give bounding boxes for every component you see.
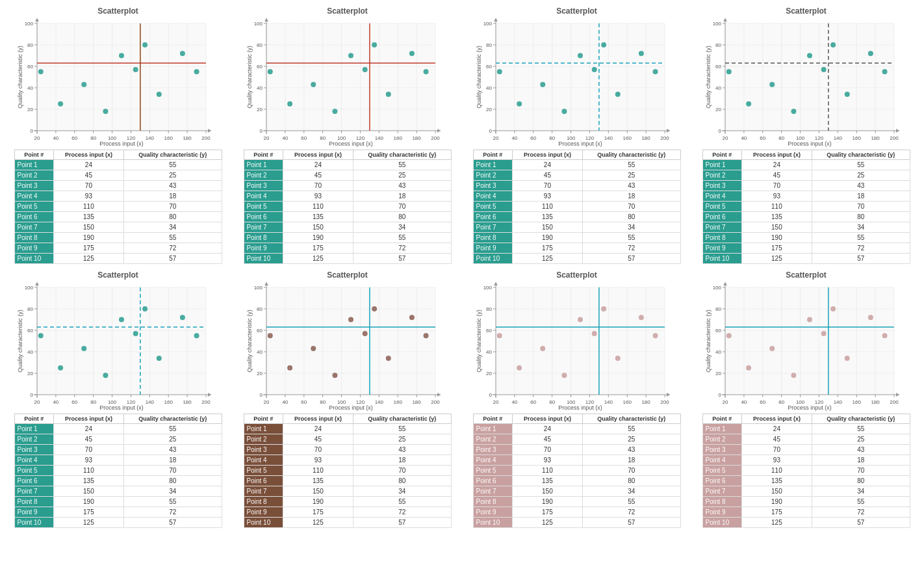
chart-title: Scatterplot [786, 270, 827, 280]
svg-text:40: 40 [53, 135, 58, 141]
x-value: 70 [53, 445, 123, 455]
svg-point-457 [652, 333, 658, 338]
table-row: Point 49318 [473, 455, 680, 466]
point-label: Point 7 [473, 486, 512, 497]
table-row: Point 37043 [702, 445, 910, 455]
table-row: Point 715034 [473, 222, 680, 233]
table-header: Point # [473, 414, 512, 424]
y-value: 57 [353, 518, 452, 528]
svg-point-318 [38, 333, 43, 338]
point-label: Point 6 [244, 212, 283, 222]
svg-text:20: 20 [493, 399, 498, 405]
svg-text:100: 100 [483, 285, 492, 291]
svg-text:Quality characteristic (y): Quality characteristic (y) [246, 46, 253, 109]
y-value: 80 [353, 476, 452, 486]
point-label: Point 6 [702, 212, 741, 222]
table-row: Point 49318 [702, 455, 910, 466]
svg-point-61 [194, 69, 199, 74]
point-label: Point 1 [14, 424, 53, 434]
x-value: 190 [512, 233, 582, 243]
table-row: Point 49318 [473, 191, 680, 202]
point-label: Point 7 [244, 486, 283, 497]
table-row: Point 24525 [473, 434, 680, 445]
svg-point-391 [423, 333, 428, 338]
point-label: Point 5 [14, 202, 53, 212]
y-value: 25 [583, 170, 681, 181]
svg-text:40: 40 [257, 349, 263, 355]
point-label: Point 10 [473, 518, 512, 528]
table-row: Point 819055 [473, 233, 680, 243]
x-value: 110 [512, 466, 582, 476]
table-row: Point 24525 [14, 434, 222, 445]
svg-point-190 [578, 53, 583, 59]
point-label: Point 3 [473, 445, 512, 455]
svg-text:140: 140 [833, 399, 842, 405]
table-row: Point 819055 [702, 233, 910, 243]
point-label: Point 4 [14, 455, 53, 466]
table-row: Point 1012557 [14, 254, 222, 264]
svg-text:160: 160 [393, 399, 402, 405]
y-value: 55 [812, 497, 910, 507]
x-value: 93 [512, 191, 582, 202]
svg-point-63 [133, 67, 138, 72]
svg-point-62 [179, 51, 185, 56]
x-value: 175 [741, 243, 812, 254]
table-row: Point 12455 [14, 160, 222, 170]
table-header: Process input (x) [53, 150, 123, 160]
x-value: 125 [741, 254, 812, 264]
table-row: Point 715034 [14, 222, 222, 233]
x-value: 125 [283, 254, 353, 264]
table-row: Point 49318 [14, 191, 222, 202]
x-value: 110 [741, 202, 812, 212]
x-value: 150 [512, 486, 582, 497]
table-row: Point 1012557 [473, 518, 680, 528]
x-value: 93 [53, 191, 123, 202]
x-value: 125 [741, 518, 812, 528]
svg-text:200: 200 [660, 399, 669, 405]
svg-text:Process input (x): Process input (x) [99, 404, 144, 411]
svg-point-124 [348, 53, 353, 59]
table-row: Point 819055 [244, 233, 451, 243]
y-value: 34 [812, 222, 910, 233]
table-row: Point 49318 [14, 455, 222, 466]
point-label: Point 10 [244, 254, 283, 264]
point-label: Point 10 [14, 254, 53, 264]
table-row: Point 819055 [244, 497, 451, 507]
x-value: 110 [53, 466, 123, 476]
svg-point-521 [830, 306, 836, 311]
y-value: 80 [124, 212, 222, 222]
svg-text:80: 80 [778, 399, 784, 405]
svg-point-321 [103, 373, 108, 378]
svg-text:200: 200 [201, 399, 211, 405]
y-value: 72 [124, 507, 222, 518]
x-value: 175 [512, 507, 582, 518]
y-value: 57 [812, 518, 910, 528]
table-row: Point 715034 [244, 222, 451, 233]
x-value: 110 [741, 466, 812, 476]
svg-point-325 [194, 333, 199, 338]
point-label: Point 2 [244, 434, 283, 445]
svg-text:60: 60 [27, 328, 33, 334]
y-value: 80 [583, 476, 681, 486]
point-label: Point 5 [244, 202, 283, 212]
table-row: Point 613580 [244, 476, 451, 486]
svg-text:40: 40 [257, 85, 263, 91]
table-header: Quality characteristic (y) [353, 150, 452, 160]
x-value: 45 [53, 170, 123, 181]
svg-text:60: 60 [760, 399, 765, 405]
svg-point-319 [58, 365, 63, 371]
svg-text:20: 20 [722, 135, 728, 141]
point-label: Point 8 [14, 233, 53, 243]
x-value: 190 [53, 233, 123, 243]
y-value: 43 [583, 445, 681, 455]
svg-text:Quality characteristic (y): Quality characteristic (y) [17, 310, 23, 373]
svg-point-125 [372, 42, 377, 47]
svg-text:100: 100 [712, 21, 721, 27]
table-row: Point 24525 [244, 170, 451, 181]
svg-point-60 [156, 92, 161, 97]
x-value: 70 [53, 181, 123, 191]
y-value: 25 [812, 170, 910, 181]
svg-point-454 [578, 317, 583, 323]
svg-marker-19 [35, 18, 39, 21]
y-value: 70 [583, 466, 681, 476]
